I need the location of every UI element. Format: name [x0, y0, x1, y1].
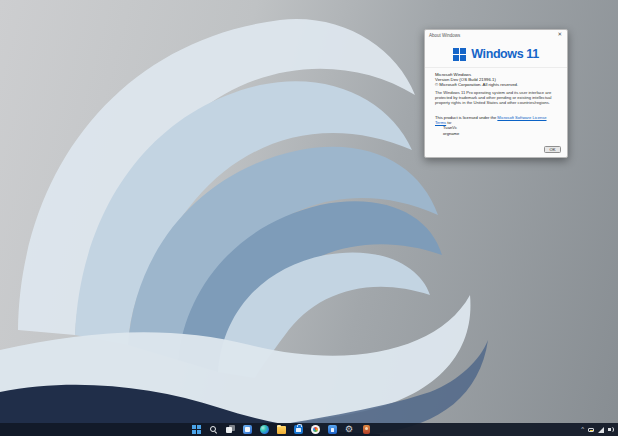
- network-icon[interactable]: [598, 427, 604, 433]
- battery-icon[interactable]: [588, 428, 594, 432]
- hidden-icons-chevron[interactable]: ^: [581, 426, 584, 434]
- licensee-organization: orgname: [435, 131, 557, 137]
- dialog-body: Microsoft Windows Version Dev (OS Build …: [425, 68, 567, 157]
- widgets-icon[interactable]: [243, 425, 252, 434]
- legal-text: The Windows 11 Pro operating system and …: [435, 91, 557, 105]
- taskview-icon[interactable]: [226, 425, 235, 434]
- start-icon[interactable]: [192, 425, 201, 434]
- system-tray: ^: [581, 423, 614, 436]
- orangeapp-icon[interactable]: [363, 425, 370, 434]
- dialog-titlebar[interactable]: About Windows ✕: [425, 30, 567, 40]
- explorer-icon[interactable]: [277, 426, 286, 434]
- close-icon[interactable]: ✕: [555, 32, 564, 38]
- blueapp-icon[interactable]: [328, 425, 337, 434]
- about-windows-dialog: About Windows ✕ Windows 11 Microsoft Win…: [424, 29, 568, 158]
- windows-flag-icon: [453, 48, 466, 61]
- copyright-text: © Microsoft Corporation. All rights rese…: [435, 82, 557, 87]
- ok-button[interactable]: OK: [544, 146, 561, 153]
- volume-icon[interactable]: [608, 427, 614, 433]
- dialog-title: About Windows: [429, 33, 460, 38]
- settings-icon[interactable]: [345, 425, 354, 434]
- license-text: This product is licensed under the Micro…: [435, 115, 557, 125]
- taskbar: ^: [0, 423, 618, 436]
- windows11-logo-banner: Windows 11: [425, 40, 567, 68]
- search-icon[interactable]: [209, 425, 218, 434]
- photos-icon[interactable]: [311, 425, 320, 434]
- taskbar-icons: [192, 423, 371, 436]
- desktop[interactable]: About Windows ✕ Windows 11 Microsoft Win…: [0, 0, 618, 436]
- windows11-wordmark: Windows 11: [471, 47, 538, 61]
- edge-icon[interactable]: [260, 425, 269, 434]
- store-icon[interactable]: [294, 425, 303, 434]
